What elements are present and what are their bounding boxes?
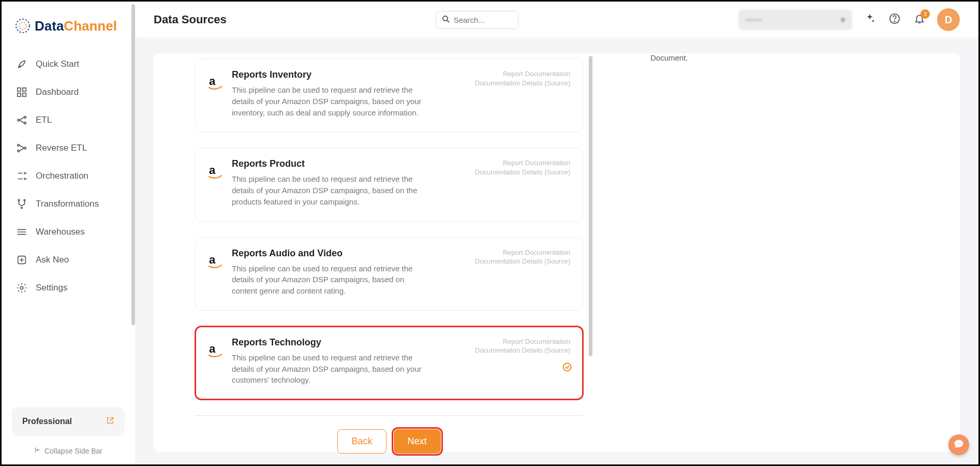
search-input[interactable] <box>436 11 518 29</box>
amazon-icon: a <box>208 158 222 207</box>
gear-icon <box>16 282 27 294</box>
report-documentation-link[interactable]: Report Documentation <box>475 158 570 168</box>
logo-icon <box>14 17 32 35</box>
card-description: This pipeline can be used to request and… <box>232 263 423 297</box>
list-scrollbar[interactable] <box>589 56 592 356</box>
card-title: Reports Product <box>232 158 466 169</box>
dashboard-icon <box>16 86 27 98</box>
svg-point-9 <box>24 147 26 149</box>
sidebar-item-orchestration[interactable]: Orchestration <box>2 162 135 190</box>
svg-rect-4 <box>18 93 21 96</box>
sidebar-item-label: Transformations <box>36 199 99 209</box>
pipeline-card-reports-technology[interactable]: a Reports Technology This pipeline can b… <box>195 326 583 400</box>
sparkle-icon <box>864 13 875 26</box>
pipeline-list: a Reports Inventory This pipeline can be… <box>154 53 583 452</box>
page-title: Data Sources <box>154 13 227 26</box>
workspace-selector[interactable]: —— ▾ <box>738 9 852 30</box>
collapse-icon <box>34 446 41 455</box>
svg-point-8 <box>24 122 26 124</box>
svg-point-16 <box>20 286 23 289</box>
right-panel: Document. <box>583 53 960 452</box>
check-circle-icon <box>562 362 572 374</box>
logo-text: DataChannel <box>35 18 117 34</box>
sidebar-item-label: Ask Neo <box>36 255 69 265</box>
sidebar-item-etl[interactable]: ETL <box>2 106 135 134</box>
help-button[interactable] <box>887 12 902 27</box>
main: Data Sources —— ▾ <box>135 2 978 464</box>
card-description: This pipeline can be used to request and… <box>232 173 423 207</box>
card-links: Report Documentation Documentation Detai… <box>475 337 570 386</box>
avatar[interactable]: D <box>937 8 960 31</box>
card-links: Report Documentation Documentation Detai… <box>475 69 570 118</box>
plan-chip[interactable]: Professional <box>12 407 125 436</box>
documentation-details-link[interactable]: Documentation Details (Source) <box>475 168 570 177</box>
back-button[interactable]: Back <box>337 429 386 454</box>
card-description: This pipeline can be used to request and… <box>232 352 423 386</box>
svg-point-1 <box>19 22 26 30</box>
sparkle-button[interactable] <box>863 12 877 27</box>
documentation-details-link[interactable]: Documentation Details (Source) <box>475 257 570 266</box>
card-title: Reports Inventory <box>232 69 466 80</box>
help-icon <box>889 13 900 26</box>
svg-point-26 <box>958 443 959 444</box>
plan-label: Professional <box>22 417 72 426</box>
pipeline-card-reports-audio-video[interactable]: a Reports Audio and Video This pipeline … <box>195 237 583 311</box>
amazon-icon: a <box>208 337 222 386</box>
svg-point-7 <box>24 116 26 119</box>
chevron-down-icon: ▾ <box>841 15 845 25</box>
svg-rect-3 <box>23 88 26 91</box>
svg-point-19 <box>894 21 895 21</box>
notifications-button[interactable]: 3 <box>912 12 927 27</box>
report-documentation-link[interactable]: Report Documentation <box>475 337 570 346</box>
topbar: Data Sources —— ▾ <box>135 2 978 38</box>
transformations-icon <box>16 198 27 210</box>
sidebar-item-label: Dashboard <box>36 87 79 97</box>
external-link-icon <box>106 416 114 427</box>
svg-rect-2 <box>18 88 21 91</box>
svg-point-10 <box>18 144 20 147</box>
logo[interactable]: DataChannel <box>2 11 135 50</box>
svg-text:a: a <box>209 75 216 88</box>
rocket-icon <box>16 59 27 70</box>
svg-point-6 <box>18 119 20 121</box>
search-field[interactable] <box>454 16 513 24</box>
sidebar-item-label: Warehouses <box>36 227 85 237</box>
report-documentation-link[interactable]: Report Documentation <box>475 248 570 257</box>
documentation-details-link[interactable]: Documentation Details (Source) <box>475 79 570 88</box>
collapse-label: Collapse Side Bar <box>44 447 102 455</box>
ask-neo-icon <box>16 254 27 266</box>
sidebar: DataChannel Quick Start Dashboard ETL <box>2 2 135 464</box>
sidebar-scrollbar[interactable] <box>131 4 135 325</box>
card-links: Report Documentation Documentation Detai… <box>475 158 570 207</box>
amazon-icon: a <box>208 69 222 118</box>
collapse-sidebar[interactable]: Collapse Side Bar <box>2 442 135 455</box>
svg-point-17 <box>443 16 448 21</box>
sidebar-item-quick-start[interactable]: Quick Start <box>2 50 135 78</box>
etl-icon <box>16 114 27 126</box>
sidebar-item-reverse-etl[interactable]: Reverse ETL <box>2 134 135 162</box>
sidebar-item-ask-neo[interactable]: Ask Neo <box>2 246 135 274</box>
chat-widget[interactable] <box>948 434 969 455</box>
warehouses-icon <box>16 226 27 238</box>
sidebar-item-warehouses[interactable]: Warehouses <box>2 218 135 246</box>
sidebar-item-transformations[interactable]: Transformations <box>2 190 135 218</box>
avatar-letter: D <box>945 14 952 26</box>
report-documentation-link[interactable]: Report Documentation <box>475 69 570 79</box>
card-links: Report Documentation Documentation Detai… <box>475 248 570 297</box>
pipeline-card-reports-product[interactable]: a Reports Product This pipeline can be u… <box>195 148 583 221</box>
search-icon <box>441 14 451 25</box>
documentation-details-link[interactable]: Documentation Details (Source) <box>475 346 570 355</box>
pipeline-card-reports-inventory[interactable]: a Reports Inventory This pipeline can be… <box>195 59 583 132</box>
sidebar-item-label: Quick Start <box>36 59 79 69</box>
amazon-icon: a <box>208 248 222 297</box>
card-description: This pipeline can be used to request and… <box>232 84 423 118</box>
button-row: Back Next <box>195 429 583 454</box>
next-button[interactable]: Next <box>394 429 441 454</box>
workspace-label: —— <box>746 15 762 24</box>
sidebar-item-settings[interactable]: Settings <box>2 274 135 302</box>
sidebar-item-label: Reverse ETL <box>36 143 87 153</box>
svg-point-12 <box>18 199 20 201</box>
svg-point-13 <box>24 199 25 201</box>
svg-point-25 <box>957 443 958 444</box>
sidebar-item-dashboard[interactable]: Dashboard <box>2 78 135 106</box>
